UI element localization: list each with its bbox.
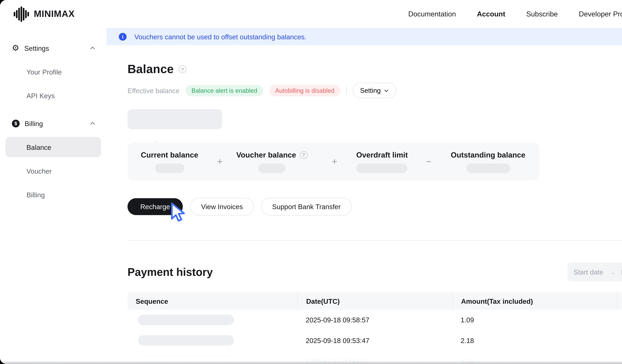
section-divider: [128, 240, 622, 241]
plus-operator: +: [332, 143, 337, 180]
outstanding-balance-skeleton: [466, 163, 510, 173]
current-balance-column: Current balance: [141, 143, 198, 180]
sidebar-billing-label: Billing: [25, 119, 43, 127]
gear-icon: [12, 44, 19, 52]
cell-date: 2025-09-18 09:58:57: [297, 316, 452, 324]
nav-documentation[interactable]: Documentation: [408, 10, 456, 18]
payment-history-title: Payment history: [128, 266, 213, 278]
sidebar-item-your-profile[interactable]: Your Profile: [5, 62, 101, 82]
sidebar-section-billing[interactable]: Billing: [5, 113, 101, 133]
page-title: Balance: [128, 62, 174, 76]
dollar-circle-icon: [12, 119, 20, 127]
start-date-placeholder: Start date: [573, 268, 603, 276]
balance-help-icon[interactable]: [179, 65, 186, 73]
sidebar-item-billing[interactable]: Billing: [5, 184, 101, 205]
info-banner: Vouchers cannot be used to offset outsta…: [106, 28, 622, 45]
top-nav: Documentation Account Subscribe Develope…: [408, 10, 622, 18]
cell-amount: 1.09: [452, 316, 617, 324]
header-results: Results: [617, 292, 622, 310]
setting-button-label: Setting: [360, 87, 381, 94]
header-amount: Amount(Tax included): [452, 292, 617, 310]
balance-breakdown-card: Current balance + Voucher balance + Over…: [128, 143, 539, 180]
cell-result: Success: [617, 337, 622, 344]
sidebar-settings-label: Settings: [24, 44, 49, 52]
info-circle-icon: [119, 33, 127, 40]
sequence-skeleton: [138, 335, 234, 346]
meta-divider: [346, 86, 347, 94]
banner-text: Vouchers cannot be used to offset outsta…: [134, 33, 307, 40]
table-row: 2025-07-17 00:01:07 5.00 Success: [128, 351, 622, 364]
sequence-skeleton: [138, 356, 234, 364]
outstanding-balance-column: Outstanding balance: [451, 143, 525, 180]
voucher-balance-label: Voucher balance: [236, 150, 296, 159]
sidebar-item-label: Balance: [26, 143, 51, 151]
minus-operator: −: [426, 143, 431, 180]
sidebar-section-settings[interactable]: Settings: [5, 38, 101, 58]
cell-amount: 5.00: [452, 357, 617, 364]
end-date-placeholder: End date: [621, 268, 622, 276]
voucher-balance-skeleton: [258, 163, 286, 173]
brand-name: MINIMAX: [34, 9, 75, 19]
sidebar-item-label: Billing: [26, 191, 45, 199]
balance-alert-badge: Balance alert is enabled: [185, 85, 263, 96]
waveform-logo-icon: [13, 6, 29, 22]
top-header: MINIMAX Documentation Account Subscribe …: [0, 0, 622, 28]
view-invoices-button[interactable]: View Invoices: [190, 198, 254, 216]
brand-logo[interactable]: MINIMAX: [13, 6, 75, 22]
balance-amount-skeleton: [128, 109, 222, 129]
nav-developer-program[interactable]: Developer Program: [579, 10, 622, 18]
overdraft-limit-column: Overdraft limit: [356, 143, 408, 180]
voucher-help-icon[interactable]: [300, 151, 307, 159]
nav-subscribe[interactable]: Subscribe: [526, 10, 558, 18]
sidebar-item-label: API Keys: [26, 92, 55, 99]
sequence-skeleton: [138, 315, 234, 325]
app-window: MINIMAX Documentation Account Subscribe …: [0, 0, 622, 364]
cell-amount: 2.18: [452, 337, 617, 344]
chevron-up-icon: [90, 45, 96, 51]
current-balance-skeleton: [155, 163, 184, 173]
header-date: Date(UTC): [297, 292, 452, 310]
cell-date: 2025-07-17 00:01:07: [297, 357, 452, 364]
plus-operator: +: [217, 143, 223, 180]
effective-balance-label: Effective balance: [128, 87, 180, 94]
overdraft-limit-label: Overdraft limit: [356, 150, 408, 159]
sidebar-item-voucher[interactable]: Voucher: [5, 161, 101, 181]
cell-result: Success: [617, 357, 622, 364]
current-balance-label: Current balance: [141, 150, 198, 159]
sidebar-item-api-keys[interactable]: API Keys: [5, 85, 101, 106]
voucher-balance-column: Voucher balance: [236, 143, 307, 180]
nav-account[interactable]: Account: [477, 10, 505, 18]
cell-date: 2025-09-18 09:53:47: [297, 337, 452, 344]
header-sequence: Sequence: [128, 297, 298, 305]
table-row: 2025-09-18 09:58:57 1.09 Success: [128, 310, 622, 330]
arrow-right-icon: →: [609, 268, 616, 276]
setting-dropdown-button[interactable]: Setting: [353, 83, 396, 98]
date-range-picker[interactable]: Start date → End date: [567, 263, 622, 281]
bank-transfer-button[interactable]: Support Bank Transfer: [261, 198, 352, 216]
table-row: 2025-09-18 09:53:47 2.18 Success: [128, 330, 622, 351]
chevron-down-icon: [384, 88, 389, 93]
recharge-button[interactable]: Recharge: [128, 198, 183, 215]
chevron-up-icon: [90, 120, 96, 126]
main-content: Vouchers cannot be used to offset outsta…: [106, 28, 622, 364]
sidebar-item-label: Voucher: [26, 167, 52, 175]
overdraft-limit-skeleton: [356, 163, 408, 173]
sidebar: Settings Your Profile API Keys Billing: [0, 28, 106, 364]
autobilling-badge: Autobilling is disabled: [269, 85, 340, 96]
outstanding-balance-label: Outstanding balance: [451, 150, 525, 159]
payment-history-table: Sequence Date(UTC) Amount(Tax included) …: [128, 292, 622, 364]
sidebar-item-balance[interactable]: Balance: [5, 137, 101, 157]
cell-result: Success: [617, 316, 622, 324]
table-header-row: Sequence Date(UTC) Amount(Tax included) …: [128, 292, 622, 310]
sidebar-item-label: Your Profile: [26, 68, 62, 75]
